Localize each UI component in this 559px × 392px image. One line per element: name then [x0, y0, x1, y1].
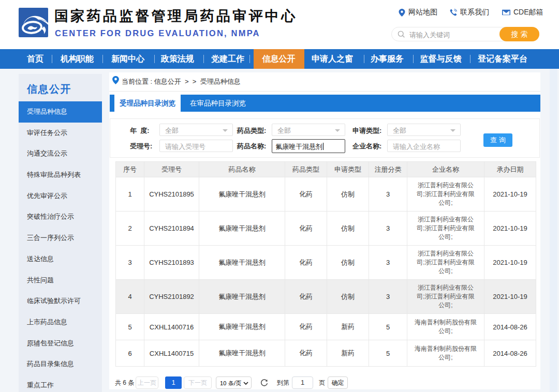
nav-item-4[interactable]: 政策法规	[154, 49, 201, 69]
cell-r4c3: 氟康唑干混悬剂	[199, 280, 285, 314]
cell-r6c7: 海南普利制药股份有限公司;	[407, 340, 484, 367]
tab-under-review-catalog[interactable]: 在审品种目录浏览	[181, 95, 255, 112]
cell-r1c4: 化药	[285, 177, 327, 212]
sidebar-item-7[interactable]: 三合一序列公示	[19, 228, 102, 249]
table-body: 1CYHS2101895氟康唑干混悬剂化药仿制3浙江普利药业有限公司;浙江普利药…	[116, 177, 536, 367]
column-header-6: 注册分类	[369, 162, 407, 177]
table-row-6[interactable]: 6CXHL1400715氟康唑干混悬剂化药新药5海南普利制药股份有限公司;201…	[116, 340, 536, 367]
nav-item-7[interactable]: 申请人之窗	[306, 49, 358, 69]
table-row-4[interactable]: 4CYHS2101892氟康唑干混悬剂化药仿制3浙江普利药业有限公司;浙江普利药…	[116, 280, 536, 314]
page-size-select[interactable]: 10 条/页	[216, 376, 252, 389]
nav-item-10[interactable]: 登记备案平台	[472, 49, 534, 69]
tab-accepted-catalog[interactable]: 受理品种目录浏览	[114, 95, 181, 112]
cell-r4c8: 2021-10-19	[484, 280, 536, 314]
cell-r2c7: 浙江普利药业有限公司;浙江普利药业有限公司;	[407, 212, 484, 246]
cell-r1c6: 3	[369, 177, 407, 212]
sidebar-item-3[interactable]: 沟通交流公示	[19, 143, 102, 164]
nav-separator	[364, 55, 364, 63]
goto-suffix: 页	[319, 376, 325, 389]
nav-separator	[102, 55, 103, 63]
cell-r2c2: CYHS2101894	[144, 212, 199, 246]
cell-r6c5: 新药	[327, 340, 369, 367]
nav-item-3[interactable]: 新闻中心	[105, 49, 151, 69]
cell-r6c2: CXHL1400715	[144, 340, 199, 367]
nav-item-2[interactable]: 机构职能	[54, 49, 100, 69]
sidebar-item-12[interactable]: 原辅包登记信息	[19, 333, 102, 354]
sidebar-item-10[interactable]: 临床试验默示许可	[19, 291, 102, 312]
year-select[interactable]: 全部	[159, 124, 233, 136]
next-page-button[interactable]: 下一页	[184, 376, 212, 389]
table-row-1[interactable]: 1CYHS2101895氟康唑干混悬剂化药仿制3浙江普利药业有限公司;浙江普利药…	[116, 177, 536, 212]
sidebar-item-4[interactable]: 特殊审批品种列表	[19, 164, 102, 186]
table-row-3[interactable]: 3CYHS2101893氟康唑干混悬剂化药仿制3浙江普利药业有限公司;浙江普利药…	[116, 246, 536, 280]
nav-item-1[interactable]: 首页	[17, 49, 53, 69]
refresh-icon[interactable]	[260, 379, 269, 387]
cell-r5c1: 5	[116, 314, 144, 340]
cell-r6c8: 2014-08-26	[484, 340, 536, 367]
search-icon	[398, 31, 405, 38]
sidebar-item-6[interactable]: 突破性治疗公示	[19, 206, 102, 228]
cell-r6c6: 5	[369, 340, 407, 367]
nav-item-5[interactable]: 党建工作	[204, 49, 251, 69]
acceptance-no-placeholder: 请输入受理号	[165, 142, 205, 152]
nav-item-8[interactable]: 办事服务	[364, 49, 410, 69]
envelope-icon	[502, 9, 510, 16]
goto-page-input[interactable]: 1	[292, 376, 313, 389]
cell-r3c6: 3	[369, 246, 407, 280]
nav-separator	[203, 55, 204, 63]
sidebar-item-9[interactable]: 共性问题	[19, 270, 102, 291]
year-label: 年 度:	[130, 126, 150, 135]
site-search-button[interactable]: 搜索	[499, 27, 539, 41]
table-row-2[interactable]: 2CYHS2101894氟康唑干混悬剂化药仿制3浙江普利药业有限公司;浙江普利药…	[116, 212, 536, 246]
apply-type-label: 申请类型:	[352, 126, 381, 135]
cell-r5c4: 化药	[285, 314, 327, 340]
cell-r4c2: CYHS2101892	[144, 280, 199, 314]
query-button[interactable]: 查询	[483, 133, 512, 147]
nav-item-6[interactable]: 信息公开	[254, 49, 304, 69]
sidebar-item-8[interactable]: 送达信息	[19, 249, 102, 270]
sidebar-item-2[interactable]: 审评任务公示	[19, 123, 102, 144]
nav-item-9[interactable]: 监督与反馈	[415, 49, 467, 69]
breadcrumb: 当前位置 : 信息公开 > > 受理品种信息	[109, 72, 540, 92]
company-placeholder: 请输入企业名称	[393, 142, 440, 152]
prev-page-button[interactable]: 上一页	[136, 376, 158, 389]
sidebar-item-11[interactable]: 上市药品信息	[19, 312, 102, 333]
site-header: 国家药品监督管理局药品审评中心 CENTER FOR DRUG EVALUATI…	[0, 0, 559, 49]
cell-r3c4: 化药	[285, 246, 327, 280]
sidebar-item-13[interactable]: 药品目录集信息	[19, 354, 102, 375]
chevron-down-icon	[335, 129, 340, 132]
total-count: 共 6 条	[115, 376, 134, 389]
year-select-value: 全部	[165, 126, 179, 135]
cell-r4c4: 化药	[285, 280, 327, 314]
goto-prefix: 到第	[277, 376, 289, 389]
page-scrollbar[interactable]	[550, 69, 557, 392]
sidebar-item-1[interactable]: 受理品种信息	[19, 101, 102, 123]
company-input[interactable]: 请输入企业名称	[387, 140, 461, 152]
column-header-3: 药品名称	[199, 162, 285, 177]
drug-name-input[interactable]: 氟康唑干混悬剂	[272, 139, 345, 153]
sidebar-item-5[interactable]: 优先审评公示	[19, 186, 102, 207]
nav-separator	[413, 55, 414, 63]
sidebar-item-14[interactable]: 重点工作	[19, 375, 102, 392]
sidebar-title: 信息公开	[19, 74, 102, 101]
drug-type-select[interactable]: 全部	[272, 124, 345, 136]
column-header-1: 序号	[116, 162, 144, 177]
cell-r1c8: 2021-10-19	[484, 177, 536, 212]
current-page-button[interactable]: 1	[165, 376, 182, 389]
cell-r5c2: CXHL1400716	[144, 314, 199, 340]
text-caret	[323, 143, 323, 150]
nav-separator	[154, 55, 155, 63]
contact-link[interactable]: 联系我们	[449, 8, 489, 17]
table-row-5[interactable]: 5CXHL1400716氟康唑干混悬剂化药新药5海南普利制药股份有限公司;201…	[116, 314, 536, 340]
confirm-button[interactable]: 确定	[328, 376, 348, 389]
apply-type-select[interactable]: 全部	[387, 124, 461, 136]
cell-r2c8: 2021-10-19	[484, 212, 536, 246]
cell-r2c5: 仿制	[327, 212, 369, 246]
nav-separator	[470, 55, 470, 63]
site-search-bar[interactable]: 请输入关键词 搜索	[391, 27, 539, 41]
acceptance-no-input[interactable]: 请输入受理号	[159, 140, 233, 152]
cell-r4c1: 4	[116, 280, 144, 314]
mailbox-link[interactable]: CDE邮箱	[502, 8, 543, 17]
sitemap-link[interactable]: 网站地图	[399, 8, 437, 17]
drug-type-label: 药品类型:	[237, 126, 266, 135]
